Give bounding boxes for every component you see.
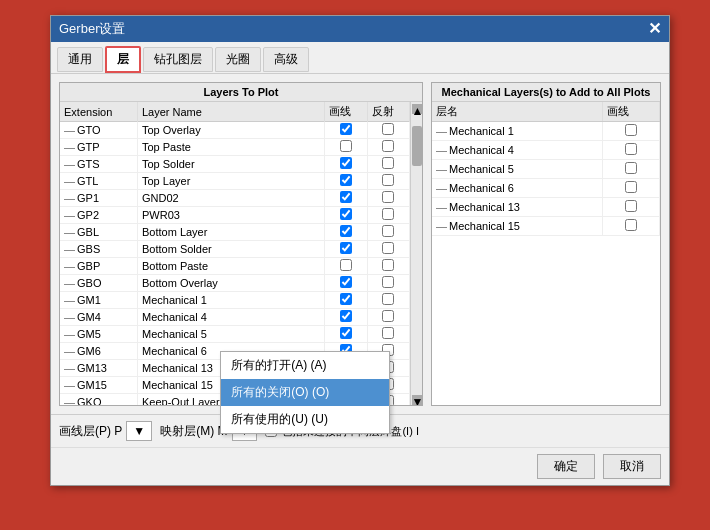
ext-cell: —GBL	[60, 224, 137, 241]
mech-draw-checkbox[interactable]	[625, 124, 637, 136]
draw-cell[interactable]	[325, 122, 367, 139]
draw-checkbox[interactable]	[340, 259, 352, 271]
reflect-cell[interactable]	[367, 207, 409, 224]
draw-checkbox[interactable]	[340, 191, 352, 203]
reflect-cell[interactable]	[367, 275, 409, 292]
reflect-checkbox[interactable]	[382, 259, 394, 271]
draw-cell[interactable]	[325, 139, 367, 156]
ext-cell: —GTP	[60, 139, 137, 156]
tab-advanced[interactable]: 高级	[263, 47, 309, 72]
table-row[interactable]: —Mechanical 6	[432, 179, 660, 198]
mech-draw-checkbox[interactable]	[625, 162, 637, 174]
table-row[interactable]: —GTS Top Solder	[60, 156, 410, 173]
cancel-button[interactable]: 取消	[603, 454, 661, 479]
mech-draw-cell[interactable]	[602, 141, 659, 160]
table-row[interactable]: —GBS Bottom Solder	[60, 241, 410, 258]
reflect-checkbox[interactable]	[382, 123, 394, 135]
draw-checkbox[interactable]	[340, 225, 352, 237]
reflect-cell[interactable]	[367, 122, 409, 139]
reflect-checkbox[interactable]	[382, 225, 394, 237]
mech-draw-cell[interactable]	[602, 217, 659, 236]
draw-cell[interactable]	[325, 326, 367, 343]
draw-cell[interactable]	[325, 258, 367, 275]
reflect-cell[interactable]	[367, 241, 409, 258]
draw-checkbox[interactable]	[340, 157, 352, 169]
reflect-checkbox[interactable]	[382, 327, 394, 339]
draw-checkbox[interactable]	[340, 140, 352, 152]
reflect-cell[interactable]	[367, 173, 409, 190]
reflect-cell[interactable]	[367, 190, 409, 207]
table-row[interactable]: —GTL Top Layer	[60, 173, 410, 190]
table-row[interactable]: —GP1 GND02	[60, 190, 410, 207]
mech-draw-cell[interactable]	[602, 179, 659, 198]
reflect-checkbox[interactable]	[382, 191, 394, 203]
mech-draw-checkbox[interactable]	[625, 200, 637, 212]
mech-name-cell: —Mechanical 6	[432, 179, 602, 198]
right-col-draw: 画线	[602, 102, 659, 122]
reflect-checkbox[interactable]	[382, 157, 394, 169]
reflect-cell[interactable]	[367, 224, 409, 241]
table-row[interactable]: —GM1 Mechanical 1	[60, 292, 410, 309]
draw-cell[interactable]	[325, 241, 367, 258]
reflect-checkbox[interactable]	[382, 208, 394, 220]
mech-draw-cell[interactable]	[602, 198, 659, 217]
draw-cell[interactable]	[325, 292, 367, 309]
ok-button[interactable]: 确定	[537, 454, 595, 479]
tab-layers[interactable]: 层	[105, 46, 141, 73]
mech-draw-checkbox[interactable]	[625, 219, 637, 231]
draw-cell[interactable]	[325, 173, 367, 190]
reflect-cell[interactable]	[367, 292, 409, 309]
tab-drill[interactable]: 钻孔图层	[143, 47, 213, 72]
draw-checkbox[interactable]	[340, 327, 352, 339]
close-button[interactable]: ✕	[648, 21, 661, 37]
table-row[interactable]: —GBP Bottom Paste	[60, 258, 410, 275]
draw-checkbox[interactable]	[340, 174, 352, 186]
mech-draw-checkbox[interactable]	[625, 143, 637, 155]
menu-item-close-all[interactable]: 所有的关闭(O) (O)	[221, 379, 389, 406]
table-row[interactable]: —Mechanical 5	[432, 160, 660, 179]
draw-checkbox[interactable]	[340, 310, 352, 322]
reflect-checkbox[interactable]	[382, 276, 394, 288]
draw-checkbox[interactable]	[340, 242, 352, 254]
table-row[interactable]: —GBO Bottom Overlay	[60, 275, 410, 292]
mech-draw-cell[interactable]	[602, 160, 659, 179]
draw-checkbox[interactable]	[340, 123, 352, 135]
reflect-cell[interactable]	[367, 139, 409, 156]
draw-checkbox[interactable]	[340, 208, 352, 220]
table-row[interactable]: —GM4 Mechanical 4	[60, 309, 410, 326]
draw-checkbox[interactable]	[340, 276, 352, 288]
reflect-cell[interactable]	[367, 326, 409, 343]
draw-cell[interactable]	[325, 275, 367, 292]
draw-cell[interactable]	[325, 190, 367, 207]
draw-cell[interactable]	[325, 309, 367, 326]
reflect-checkbox[interactable]	[382, 293, 394, 305]
tab-aperture[interactable]: 光圈	[215, 47, 261, 72]
reflect-checkbox[interactable]	[382, 174, 394, 186]
mech-draw-cell[interactable]	[602, 122, 659, 141]
reflect-cell[interactable]	[367, 258, 409, 275]
table-row[interactable]: —GBL Bottom Layer	[60, 224, 410, 241]
draw-checkbox[interactable]	[340, 293, 352, 305]
reflect-cell[interactable]	[367, 309, 409, 326]
reflect-cell[interactable]	[367, 156, 409, 173]
draw-cell[interactable]	[325, 156, 367, 173]
left-scrollbar[interactable]: ▲ ▼	[410, 102, 422, 405]
table-row[interactable]: —GTO Top Overlay	[60, 122, 410, 139]
tab-general[interactable]: 通用	[57, 47, 103, 72]
draw-cell[interactable]	[325, 207, 367, 224]
draw-cell[interactable]	[325, 224, 367, 241]
table-row[interactable]: —Mechanical 1	[432, 122, 660, 141]
table-row[interactable]: —GTP Top Paste	[60, 139, 410, 156]
table-row[interactable]: —Mechanical 15	[432, 217, 660, 236]
mech-draw-checkbox[interactable]	[625, 181, 637, 193]
reflect-checkbox[interactable]	[382, 310, 394, 322]
draw-layer-dropdown[interactable]: ▼	[126, 421, 152, 441]
reflect-checkbox[interactable]	[382, 140, 394, 152]
table-row[interactable]: —GP2 PWR03	[60, 207, 410, 224]
reflect-checkbox[interactable]	[382, 242, 394, 254]
menu-item-used-all[interactable]: 所有使用的(U) (U)	[221, 406, 389, 433]
menu-item-open-all[interactable]: 所有的打开(A) (A)	[221, 352, 389, 379]
table-row[interactable]: —Mechanical 4	[432, 141, 660, 160]
table-row[interactable]: —GM5 Mechanical 5	[60, 326, 410, 343]
table-row[interactable]: —Mechanical 13	[432, 198, 660, 217]
